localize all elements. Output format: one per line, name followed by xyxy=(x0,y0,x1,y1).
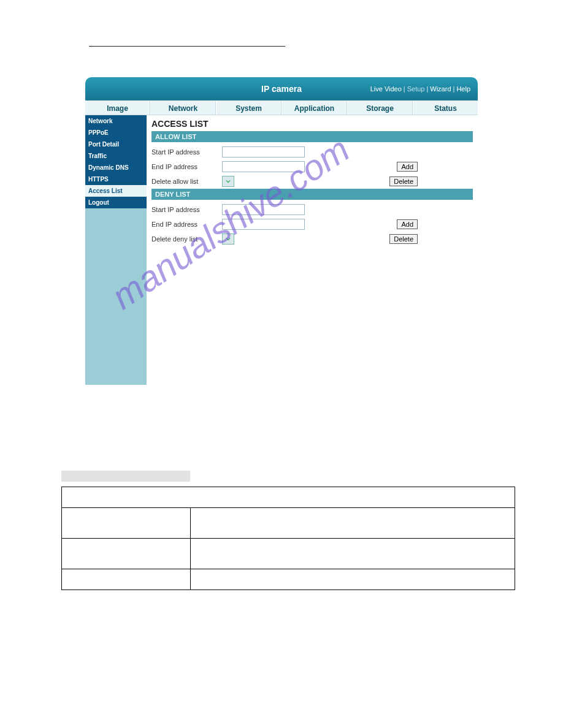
tab-system[interactable]: System xyxy=(216,101,282,115)
table-row xyxy=(62,569,191,590)
link-setup[interactable]: Setup xyxy=(407,85,425,93)
chevron-down-icon xyxy=(226,237,231,241)
allow-start-label: Start IP address xyxy=(151,148,222,156)
deny-delete-button[interactable]: Delete xyxy=(389,234,418,244)
sidebar-item-dynamic-dns[interactable]: Dynamic DNS xyxy=(85,162,147,173)
table-row xyxy=(191,539,515,569)
deny-end-input[interactable] xyxy=(222,219,305,230)
tab-storage[interactable]: Storage xyxy=(347,101,413,115)
chevron-down-icon xyxy=(226,180,231,183)
sidebar-item-traffic[interactable]: Traffic xyxy=(85,150,147,162)
page-title: ACCESS LIST xyxy=(151,119,473,129)
table-header-row xyxy=(62,487,515,508)
deny-add-button[interactable]: Add xyxy=(397,219,418,229)
allow-delete-button[interactable]: Delete xyxy=(389,176,418,186)
section-underline xyxy=(89,37,285,47)
link-wizard[interactable]: Wizard xyxy=(430,85,451,93)
table-row xyxy=(62,539,191,569)
tab-network[interactable]: Network xyxy=(150,101,216,115)
allow-start-input[interactable] xyxy=(222,146,305,157)
allow-delete-label: Delete allow list xyxy=(151,178,222,185)
allow-list-header: ALLOW LIST xyxy=(151,131,473,142)
deny-start-input[interactable] xyxy=(222,204,305,215)
sidebar-item-network[interactable]: Network xyxy=(85,115,147,127)
table-row xyxy=(62,508,191,539)
sidebar-item-pppoe[interactable]: PPPoE xyxy=(85,127,147,138)
parameters-title-bar xyxy=(61,471,190,482)
parameters-table xyxy=(61,487,515,590)
main-tabs: Image Network System Application Storage… xyxy=(85,100,478,115)
link-live-video[interactable]: Live Video xyxy=(370,85,402,93)
allow-delete-select[interactable] xyxy=(222,176,234,187)
deny-list-header: DENY LIST xyxy=(151,189,473,200)
app-title: IP camera xyxy=(261,84,302,94)
deny-start-label: Start IP address xyxy=(151,206,222,213)
deny-delete-label: Delete deny list xyxy=(151,235,222,243)
parameters-section xyxy=(43,471,520,590)
sidebar-item-access-list[interactable]: Access List xyxy=(85,185,147,197)
deny-end-label: End IP address xyxy=(151,221,222,228)
allow-end-input[interactable] xyxy=(222,161,305,172)
allow-end-label: End IP address xyxy=(151,163,222,170)
header-links: Live Video|Setup|Wizard|Help xyxy=(370,85,470,93)
header-bar: IP camera Live Video|Setup|Wizard|Help xyxy=(85,77,478,100)
tab-status[interactable]: Status xyxy=(413,101,478,115)
tab-image[interactable]: Image xyxy=(85,101,150,115)
sidebar: Network PPPoE Port Detail Traffic Dynami… xyxy=(85,115,147,385)
tab-application[interactable]: Application xyxy=(282,101,347,115)
table-row xyxy=(191,569,515,590)
link-help[interactable]: Help xyxy=(456,85,470,93)
sidebar-item-logout[interactable]: Logout xyxy=(85,197,147,208)
sidebar-item-https[interactable]: HTTPS xyxy=(85,173,147,185)
deny-delete-select[interactable] xyxy=(222,233,234,245)
ip-camera-panel: IP camera Live Video|Setup|Wizard|Help I… xyxy=(85,77,478,385)
table-row xyxy=(191,508,515,539)
sidebar-item-port-detail[interactable]: Port Detail xyxy=(85,138,147,150)
main-content: ACCESS LIST ALLOW LIST Start IP address … xyxy=(147,115,478,385)
allow-add-button[interactable]: Add xyxy=(397,162,418,172)
